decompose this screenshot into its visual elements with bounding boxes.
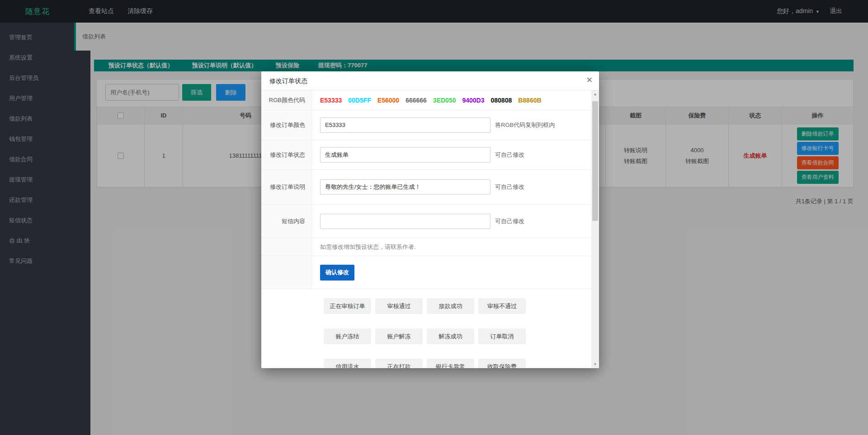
rgb-codes-row: RGB颜色代码 E53333 00D5FF E56000 666666 3ED0… <box>261 90 599 110</box>
close-icon[interactable]: ✕ <box>586 71 593 90</box>
scrollbar-thumb[interactable] <box>592 101 598 221</box>
preset-credit-flow-button[interactable]: 信用流水 <box>324 359 371 368</box>
rgb-code: 080808 <box>491 97 512 104</box>
rgb-code: 3ED050 <box>433 97 456 104</box>
scroll-down-icon[interactable]: ▼ <box>591 360 599 368</box>
order-color-input[interactable] <box>320 117 491 133</box>
edit-order-status-modal: 修改订单状态 ✕ RGB颜色代码 E53333 00D5FF E56000 66… <box>261 71 599 368</box>
order-color-row: 修改订单颜色 将RGB代码复制到框内 <box>261 110 599 140</box>
preset-paying-button[interactable]: 正在打款 <box>375 359 423 368</box>
rgb-code: 9400D3 <box>462 97 484 104</box>
preset-reviewing-button[interactable]: 正在审核订单 <box>324 298 371 314</box>
sms-content-row: 短信内容 可自己修改 <box>261 205 599 238</box>
sms-content-input[interactable] <box>320 214 491 229</box>
sms-content-label: 短信内容 <box>261 205 312 238</box>
order-status-hint: 可自己修改 <box>495 151 524 159</box>
preset-order-cancelled-button[interactable]: 订单取消 <box>478 328 526 344</box>
page: 随意花 查看站点 清除缓存 您好，admin▼ 退出 管理首页 系统设置 后台管… <box>0 0 868 435</box>
rgb-code: E56000 <box>377 97 399 104</box>
confirm-edit-button[interactable]: 确认修改 <box>320 265 354 281</box>
preset-bankcard-abnormal-button[interactable]: 银行卡异常 <box>427 359 474 368</box>
order-desc-label: 修改订单说明 <box>261 170 312 204</box>
rgb-code: 666666 <box>406 97 427 104</box>
preset-approved-button[interactable]: 审核通过 <box>375 298 423 314</box>
order-status-label: 修改订单状态 <box>261 140 312 169</box>
order-color-label: 修改订单颜色 <box>261 110 312 140</box>
order-desc-input[interactable] <box>320 179 491 195</box>
preset-collect-insurance-button[interactable]: 收取保险费 <box>478 359 526 368</box>
preset-account-unfrozen-button[interactable]: 账户解冻 <box>375 328 423 344</box>
order-desc-row: 修改订单说明 可自己修改 <box>261 170 599 205</box>
preset-account-frozen-button[interactable]: 账户冻结 <box>324 328 371 344</box>
rgb-code: E53333 <box>320 97 342 104</box>
modal-scrollbar: ▲ ▼ <box>591 90 599 368</box>
preset-status-buttons: 正在审核订单 审核通过 放款成功 审核不通过 账户冻结 账户解冻 解冻成功 订单… <box>312 289 529 368</box>
note-row: 如需修改增加预设状态，请联系作者. <box>261 238 599 256</box>
order-status-row: 修改订单状态 可自己修改 <box>261 140 599 170</box>
sms-content-hint: 可自己修改 <box>495 217 524 225</box>
preset-loan-success-button[interactable]: 放款成功 <box>427 298 474 314</box>
rgb-code-list: E53333 00D5FF E56000 666666 3ED050 9400D… <box>320 97 542 104</box>
rgb-code: 00D5FF <box>348 97 371 104</box>
order-desc-hint: 可自己修改 <box>495 183 524 191</box>
modal-title-bar: 修改订单状态 ✕ <box>261 71 599 90</box>
modal-title: 修改订单状态 <box>269 77 307 84</box>
modal-note: 如需修改增加预设状态，请联系作者. <box>320 243 416 251</box>
presets-row: 正在审核订单 审核通过 放款成功 审核不通过 账户冻结 账户解冻 解冻成功 订单… <box>261 289 599 368</box>
rgb-code: B8860B <box>518 97 541 104</box>
order-status-input[interactable] <box>320 147 491 163</box>
confirm-row: 确认修改 <box>261 256 599 289</box>
preset-rejected-button[interactable]: 审核不通过 <box>478 298 526 314</box>
scroll-up-icon[interactable]: ▲ <box>591 90 599 98</box>
rgb-codes-label: RGB颜色代码 <box>261 90 312 110</box>
preset-unfreeze-success-button[interactable]: 解冻成功 <box>427 328 474 344</box>
order-color-hint: 将RGB代码复制到框内 <box>495 121 555 129</box>
